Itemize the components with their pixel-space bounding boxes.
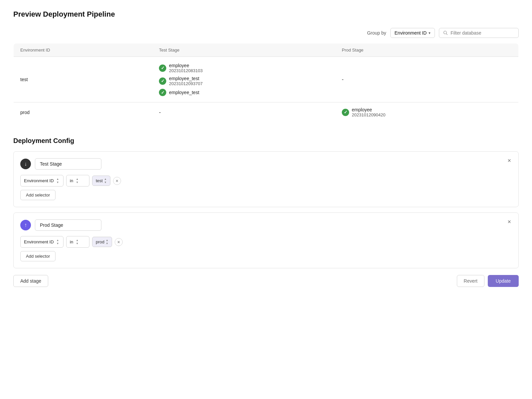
- tag-stepper[interactable]: ▲ ▼: [106, 239, 108, 245]
- stage-up-icon: [20, 220, 31, 230]
- db-name: employee: [352, 107, 385, 112]
- value-tag[interactable]: test ▲ ▼: [92, 176, 110, 186]
- add-selector-button-test[interactable]: Add selector: [20, 190, 56, 200]
- db-entry: employee_test 20231012093707: [159, 74, 329, 87]
- db-name: employee: [169, 63, 202, 68]
- env-id-cell: test: [14, 57, 153, 102]
- right-actions: Revert Update: [457, 275, 519, 287]
- test-stage-dash: -: [152, 102, 335, 122]
- selector-row: Environment ID ▲ ▼ in ▲ ▼ test ▲ ▼ ×: [20, 175, 512, 187]
- remove-selector-button[interactable]: ×: [115, 238, 123, 246]
- stage-close-button[interactable]: ×: [505, 157, 513, 164]
- stage-header: [20, 219, 512, 231]
- stage-name-input[interactable]: [35, 219, 101, 231]
- remove-selector-button[interactable]: ×: [113, 177, 121, 185]
- check-icon: [159, 65, 166, 72]
- db-entry: employee 20231012083103: [159, 62, 329, 74]
- stage-close-button[interactable]: ×: [505, 218, 513, 225]
- toolbar: Group by Environment ID ▾: [13, 28, 519, 38]
- test-stage-cell: employee 20231012083103 employee_test 20…: [152, 57, 335, 102]
- col-env-id: Environment ID: [14, 44, 153, 57]
- stage-block-prod: × Environment ID ▲ ▼ in ▲ ▼ prod ▲ ▼ ×: [13, 212, 519, 268]
- stage-name-input[interactable]: [35, 158, 101, 170]
- field-stepper[interactable]: ▲ ▼: [57, 239, 59, 245]
- field-dropdown[interactable]: Environment ID ▲ ▼: [20, 236, 64, 248]
- search-icon: [443, 31, 448, 35]
- revert-button[interactable]: Revert: [457, 275, 484, 287]
- filter-database-input-wrap: [439, 28, 519, 38]
- stage-header: [20, 158, 512, 170]
- field-value: Environment ID: [24, 178, 54, 183]
- page-title: Preview Deployment Pipeline: [13, 10, 519, 19]
- field-stepper[interactable]: ▲ ▼: [57, 178, 59, 184]
- table-row: test employee 20231012083103 employee_te…: [14, 57, 519, 102]
- add-selector-button-prod[interactable]: Add selector: [20, 251, 56, 261]
- svg-line-1: [446, 34, 447, 35]
- check-icon: [342, 109, 349, 116]
- stage-block-test: × Environment ID ▲ ▼ in ▲ ▼ test ▲ ▼ ×: [13, 151, 519, 207]
- group-by-value: Environment ID: [395, 30, 427, 36]
- check-icon: [159, 89, 166, 96]
- db-id: 20231012090420: [352, 112, 385, 117]
- value-tag[interactable]: prod ▲ ▼: [92, 237, 112, 247]
- col-test-stage: Test Stage: [152, 44, 335, 57]
- db-id: 20231012093707: [169, 81, 202, 86]
- preview-table: Environment ID Test Stage Prod Stage tes…: [13, 43, 519, 122]
- table-header-row: Environment ID Test Stage Prod Stage: [14, 44, 519, 57]
- operator-value: in: [70, 239, 73, 244]
- db-name: employee_test: [169, 90, 199, 95]
- prod-stage-dash: -: [335, 57, 518, 102]
- chevron-down-icon: ▾: [429, 31, 431, 35]
- deployment-config-title: Deployment Config: [13, 137, 519, 145]
- operator-stepper[interactable]: ▲ ▼: [76, 178, 78, 184]
- col-prod-stage: Prod Stage: [335, 44, 518, 57]
- operator-stepper[interactable]: ▲ ▼: [76, 239, 78, 245]
- operator-value: in: [70, 178, 73, 183]
- db-id: 20231012083103: [169, 68, 202, 73]
- group-by-label: Group by: [367, 30, 386, 36]
- bottom-actions: Add stage Revert Update: [13, 275, 519, 287]
- field-value: Environment ID: [24, 239, 54, 244]
- update-button[interactable]: Update: [488, 275, 519, 287]
- check-icon: [159, 77, 166, 85]
- operator-dropdown[interactable]: in ▲ ▼: [66, 175, 89, 187]
- db-entry: employee 20231012090420: [342, 106, 512, 119]
- add-stage-button[interactable]: Add stage: [13, 275, 48, 287]
- db-entry: employee_test: [159, 87, 329, 97]
- operator-dropdown[interactable]: in ▲ ▼: [66, 236, 89, 248]
- tag-value: test: [96, 178, 103, 183]
- table-row: prod - employee 20231012090420: [14, 102, 519, 122]
- db-name: employee_test: [169, 76, 202, 81]
- field-dropdown[interactable]: Environment ID ▲ ▼: [20, 175, 64, 187]
- selector-row: Environment ID ▲ ▼ in ▲ ▼ prod ▲ ▼ ×: [20, 236, 512, 248]
- env-id-cell: prod: [14, 102, 153, 122]
- prod-stage-cell: employee 20231012090420: [335, 102, 518, 122]
- tag-stepper[interactable]: ▲ ▼: [104, 178, 107, 184]
- group-by-dropdown[interactable]: Environment ID ▾: [390, 28, 435, 38]
- tag-value: prod: [96, 239, 104, 244]
- stage-down-icon: [20, 159, 31, 169]
- filter-database-input[interactable]: [451, 30, 514, 36]
